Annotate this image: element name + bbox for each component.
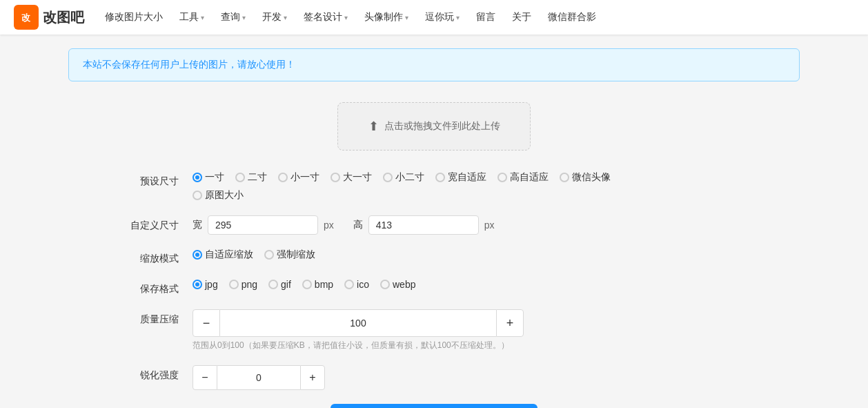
chevron-down-icon: ▾	[284, 14, 287, 21]
radio-circle-height-auto	[497, 173, 507, 182]
preset-label: 预设尺寸	[110, 171, 179, 188]
logo[interactable]: 改 改图吧	[14, 5, 84, 30]
nav-item-tools[interactable]: 工具 ▾	[172, 6, 211, 29]
custom-size-label: 自定义尺寸	[110, 215, 179, 232]
radio-webp[interactable]: webp	[380, 279, 415, 290]
nav-item-message[interactable]: 留言	[469, 6, 502, 29]
radio-bmp[interactable]: bmp	[302, 279, 333, 290]
radio-jpg[interactable]: jpg	[193, 279, 218, 290]
width-unit: px	[324, 220, 334, 231]
radio-circle-wide-auto	[435, 173, 445, 182]
nav: 修改图片大小 工具 ▾ 查询 ▾ 开发 ▾ 签名设计 ▾ 头像制作 ▾ 逗你玩 …	[98, 6, 854, 29]
notice-banner: 本站不会保存任何用户上传的图片，请放心使用！	[68, 48, 800, 81]
radio-png[interactable]: png	[229, 279, 257, 290]
scale-content: 自适应缩放 强制缩放	[193, 249, 758, 261]
logo-icon: 改	[14, 5, 39, 30]
radio-forced-scale[interactable]: 强制缩放	[264, 249, 315, 261]
width-input[interactable]	[208, 215, 318, 235]
radio-dayicun[interactable]: 大一寸	[331, 171, 372, 184]
custom-size-content: 宽 px 高 px	[193, 215, 758, 235]
nav-item-wechat[interactable]: 微信群合影	[541, 6, 603, 29]
radio-circle-adaptive-scale	[193, 250, 202, 260]
chevron-down-icon: ▾	[405, 14, 408, 21]
radio-circle-yicun	[193, 173, 202, 182]
scale-label: 缩放模式	[110, 249, 179, 265]
radio-ico[interactable]: ico	[344, 279, 369, 290]
radio-circle-jpg	[193, 280, 202, 289]
radio-circle-png	[229, 280, 239, 289]
radio-circle-xiaoyicun	[278, 173, 288, 182]
nav-item-resize[interactable]: 修改图片大小	[98, 6, 170, 29]
nav-item-about[interactable]: 关于	[505, 6, 538, 29]
preset-content: 一寸 二寸 小一寸 大一寸	[193, 171, 758, 202]
radio-height-auto[interactable]: 高自适应	[497, 171, 549, 184]
format-label: 保存格式	[110, 279, 179, 295]
nav-item-avatar[interactable]: 头像制作 ▾	[357, 6, 415, 29]
form-section: 预设尺寸 一寸 二寸 小一寸	[68, 171, 800, 408]
header: 改 改图吧 修改图片大小 工具 ▾ 查询 ▾ 开发 ▾ 签名设计 ▾ 头像制作 …	[0, 0, 868, 35]
format-row: 保存格式 jpg png gif	[110, 279, 758, 295]
custom-size-row: 自定义尺寸 宽 px 高 px	[110, 215, 758, 235]
height-unit: px	[484, 220, 495, 231]
radio-xiaoyicun[interactable]: 小一寸	[278, 171, 319, 184]
height-label: 高	[353, 219, 363, 231]
sharpen-label: 锐化强度	[110, 365, 179, 382]
nav-item-fun[interactable]: 逗你玩 ▾	[418, 6, 466, 29]
quality-row: 质量压缩 − + 范围从0到100（如果要压缩KB，请把值往小设，但质量有损，默…	[110, 309, 758, 351]
sharpen-content: − +	[193, 365, 758, 390]
radio-circle-ico	[344, 280, 354, 289]
radio-adaptive-scale[interactable]: 自适应缩放	[193, 249, 253, 261]
nav-item-query[interactable]: 查询 ▾	[214, 6, 253, 29]
quality-plus-button[interactable]: +	[496, 309, 524, 337]
radio-yicun[interactable]: 一寸	[193, 171, 224, 184]
upload-label: 点击或拖拽文件到此处上传	[384, 120, 500, 133]
sharpen-control: − +	[193, 365, 325, 390]
radio-circle-bmp	[302, 280, 312, 289]
width-group: 宽 px	[193, 215, 334, 235]
format-radio-group: jpg png gif bmp	[193, 279, 415, 290]
scale-row: 缩放模式 自适应缩放 强制缩放	[110, 249, 758, 265]
quality-control: − +	[193, 309, 524, 337]
radio-wechat-avatar[interactable]: 微信头像	[560, 171, 611, 184]
chevron-down-icon: ▾	[456, 14, 460, 21]
scale-radio-group: 自适应缩放 强制缩放	[193, 249, 315, 261]
chevron-down-icon: ▾	[201, 14, 204, 21]
sharpen-plus-button[interactable]: +	[300, 365, 325, 390]
radio-circle-gif	[268, 280, 278, 289]
nav-item-dev[interactable]: 开发 ▾	[255, 6, 294, 29]
radio-wide-auto[interactable]: 宽自适应	[435, 171, 486, 184]
nav-item-signature[interactable]: 签名设计 ▾	[297, 6, 355, 29]
preset-row: 预设尺寸 一寸 二寸 小一寸	[110, 171, 758, 202]
quality-label: 质量压缩	[110, 309, 179, 326]
radio-ercun[interactable]: 二寸	[235, 171, 267, 184]
confirm-row: 确定	[110, 404, 758, 408]
width-label: 宽	[193, 219, 202, 231]
quality-col: − + 范围从0到100（如果要压缩KB，请把值往小设，但质量有损，默认100不…	[193, 309, 524, 351]
sharpen-minus-button[interactable]: −	[193, 365, 217, 390]
radio-circle-wechat-avatar	[560, 173, 569, 182]
sharpen-input[interactable]	[217, 365, 300, 390]
upload-icon: ⬆	[368, 119, 379, 134]
radio-circle-forced-scale	[264, 250, 274, 260]
quality-minus-button[interactable]: −	[193, 309, 220, 337]
format-content: jpg png gif bmp	[193, 279, 758, 290]
radio-circle-dayicun	[331, 173, 340, 182]
quality-hint: 范围从0到100（如果要压缩KB，请把值往小设，但质量有损，默认100不压缩处理…	[193, 340, 524, 351]
radio-xiaoercun[interactable]: 小二寸	[383, 171, 424, 184]
upload-section: ⬆ 点击或拖拽文件到此处上传	[68, 102, 800, 150]
svg-text:改: 改	[21, 12, 31, 23]
confirm-button[interactable]: 确定	[331, 404, 537, 408]
notice-text: 本站不会保存任何用户上传的图片，请放心使用！	[83, 59, 295, 70]
height-group: 高 px	[353, 215, 495, 235]
radio-original[interactable]: 原图大小	[193, 189, 244, 202]
radio-circle-webp	[380, 280, 390, 289]
radio-gif[interactable]: gif	[268, 279, 291, 290]
upload-box[interactable]: ⬆ 点击或拖拽文件到此处上传	[337, 102, 531, 150]
quality-content: − + 范围从0到100（如果要压缩KB，请把值往小设，但质量有损，默认100不…	[193, 309, 758, 351]
height-input[interactable]	[368, 215, 479, 235]
quality-input[interactable]	[220, 309, 496, 337]
radio-circle-xiaoercun	[383, 173, 393, 182]
preset-radio-group-2: 原图大小	[193, 189, 758, 202]
logo-text: 改图吧	[43, 8, 84, 27]
chevron-down-icon: ▾	[242, 14, 246, 21]
